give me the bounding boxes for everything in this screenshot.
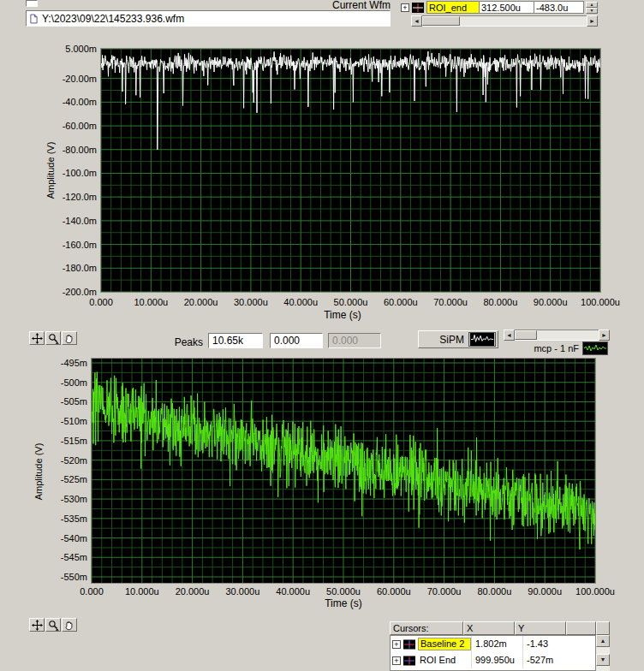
scrollbar-thumb[interactable] [422, 16, 460, 26]
cursor-y-value[interactable]: -483.0u [534, 1, 584, 14]
plot-legend-mcp[interactable]: mcp - 1 nF [504, 341, 610, 355]
x-tick-label: 60.000u [373, 297, 429, 307]
legend-scrollbar: ◄ ► [504, 330, 610, 341]
cursor-name[interactable]: Baseline 2 [418, 638, 471, 650]
cursor-y-value: -527m [522, 652, 574, 668]
width-field-disabled[interactable]: 0.000 [328, 333, 381, 348]
scroll-left-button[interactable]: ◄ [411, 15, 422, 27]
cursor-x-value: 999.950u [471, 652, 522, 668]
sipm-waveform-icon [468, 332, 496, 347]
y-tick-label: -80.00m [51, 145, 97, 155]
y-tick-label: -515m [48, 436, 87, 446]
pan-tool-button[interactable] [62, 331, 77, 345]
cursor-style-icon [412, 3, 424, 13]
peaks-count-field[interactable]: 10.65k [208, 333, 263, 348]
peaks-label: Peaks [150, 336, 203, 348]
x-tick-label: 100.000u [567, 586, 623, 597]
y-tick-label: -120.0m [51, 192, 97, 202]
scrollbar-track[interactable] [422, 15, 587, 27]
x-tick-label: 40.000u [272, 297, 329, 307]
x-tick-label: 30.000u [214, 586, 271, 597]
cursor-tool-button[interactable] [29, 331, 45, 345]
bottom-graph-xlabel: Time (s) [258, 597, 429, 609]
y-tick-label: -500m [48, 377, 87, 388]
crosshair-icon [32, 333, 43, 344]
x-tick-label: 50.000u [315, 586, 372, 597]
plot-legend-sipm[interactable]: SiPM [418, 330, 498, 348]
column-header-x[interactable]: X [463, 621, 515, 635]
x-tick-label: 10.000u [114, 586, 170, 597]
table-row[interactable]: + ROI End 999.950u -527m [391, 652, 595, 668]
y-tick-label: -540m [48, 533, 87, 543]
cursor-x-value[interactable]: 312.500u [480, 1, 534, 14]
threshold-value: 0.000 [274, 335, 300, 347]
top-graph-plot[interactable] [101, 49, 600, 292]
y-tick-label: -510m [48, 416, 87, 426]
peaks-count-value: 10.65k [212, 335, 243, 347]
cursor-name-cell[interactable]: ROI_end [426, 1, 480, 14]
threshold-field[interactable]: 0.000 [270, 333, 323, 348]
column-header-y[interactable]: Y [515, 621, 566, 635]
x-tick-label: 80.000u [466, 586, 522, 597]
x-tick-label: 0.000 [63, 586, 120, 597]
x-tick-label: 40.000u [265, 586, 321, 597]
application-window: Current Wfm Y:\2023\09\22\145233.936.wfm… [0, 0, 644, 671]
scrollbar-corner [596, 621, 610, 635]
y-tick-label: -505m [48, 396, 87, 407]
file-path-text: Y:\2023\09\22\145233.936.wfm [42, 13, 184, 25]
y-tick-label: -60.00m [51, 121, 97, 131]
legend-scroll-left-button[interactable]: ◄ [504, 330, 515, 341]
y-tick-label: -20.00m [51, 74, 97, 84]
cursor-tool-button[interactable] [29, 618, 45, 632]
scroll-down-button[interactable]: ▼ [596, 654, 610, 666]
y-tick-label: -550m [48, 572, 87, 582]
y-tick-label: -495m [48, 358, 87, 368]
x-tick-label: 80.000u [472, 297, 528, 307]
graph-palette-bottom [29, 618, 77, 632]
bottom-graph-plot[interactable] [92, 359, 595, 583]
scroll-right-button[interactable]: ► [587, 15, 598, 27]
legend-scroll-right-button[interactable]: ► [599, 330, 610, 341]
zoom-tool-button[interactable] [45, 618, 61, 632]
y-tick-label: -200.0m [51, 287, 97, 297]
y-tick-label: -180.0m [51, 263, 97, 273]
cursor-name[interactable]: ROI End [418, 655, 471, 666]
cursor-x-value: 1.802m [471, 636, 522, 652]
file-path-control[interactable]: Y:\2023\09\22\145233.936.wfm [26, 10, 391, 27]
expand-icon[interactable]: + [392, 656, 401, 665]
width-value: 0.000 [332, 335, 358, 347]
y-tick-label: -140.0m [51, 216, 97, 226]
plot-legend-sipm-label: SiPM [419, 334, 468, 346]
x-tick-label: 50.000u [323, 297, 379, 307]
pan-tool-button[interactable] [62, 618, 77, 632]
y-tick-label: 5.000m [51, 44, 97, 54]
y-tick-label: -525m [48, 474, 87, 484]
y-tick-label: -520m [48, 455, 87, 466]
x-tick-label: 100.000u [572, 297, 629, 307]
cursors-title: Cursors: [390, 621, 463, 635]
top-edge-fragment [26, 0, 38, 7]
x-tick-label: 70.000u [416, 586, 473, 597]
cursor-legend-row: + ROI_end 312.500u -483.0u ▲ ▼ [401, 1, 610, 14]
spinner-down-button[interactable]: ▼ [586, 8, 598, 14]
x-tick-label: 70.000u [422, 297, 479, 307]
legend-scrollbar-thumb[interactable] [515, 330, 537, 340]
y-tick-label: -100.0m [51, 168, 97, 178]
top-cursor-legend: + ROI_end 312.500u -483.0u ▲ ▼ ◄ ► [401, 1, 610, 27]
zoom-tool-button[interactable] [45, 331, 61, 345]
bottom-graph-ylabel: Amplitude (V) [33, 420, 44, 523]
x-tick-label: 0.000 [73, 297, 129, 307]
expand-icon[interactable]: + [401, 3, 409, 12]
top-graph-xlabel: Time (s) [257, 309, 428, 321]
scroll-up-button[interactable]: ▲ [596, 635, 610, 647]
x-tick-label: 60.000u [366, 586, 422, 597]
crosshair-icon [32, 620, 43, 631]
plot-legend-mcp-label: mcp - 1 nF [504, 343, 582, 353]
x-tick-label: 10.000u [122, 297, 179, 307]
cursor-y-value: -1.43 [522, 636, 574, 652]
spinner-up-button[interactable]: ▲ [586, 2, 598, 8]
legend-scrollbar-track[interactable] [515, 330, 599, 341]
expand-icon[interactable]: + [392, 640, 401, 649]
table-row[interactable]: + Baseline 2 1.802m -1.43 [391, 636, 595, 652]
cursor-legend-scrollbar: ◄ ► [411, 15, 598, 27]
